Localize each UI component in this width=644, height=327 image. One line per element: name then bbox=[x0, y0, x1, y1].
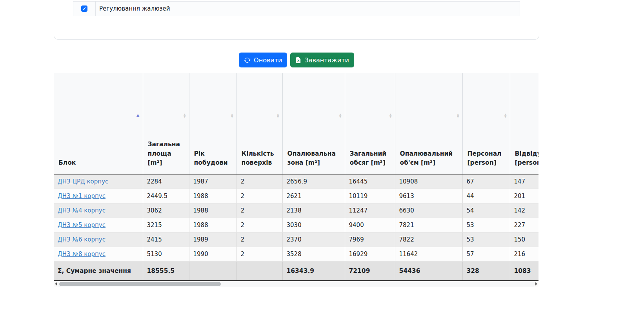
refresh-button[interactable]: Оновити bbox=[239, 53, 287, 67]
value-cell: 7822 bbox=[395, 233, 462, 247]
value-cell: 53 bbox=[462, 233, 510, 247]
download-excel-button[interactable]: x Завантажити bbox=[290, 53, 354, 67]
column-header-label: Опалювальна зона [m²] bbox=[287, 149, 341, 168]
option-checkbox[interactable] bbox=[81, 5, 87, 12]
download-button-label: Завантажити bbox=[304, 56, 349, 64]
horizontal-scrollbar[interactable] bbox=[54, 281, 538, 287]
options-card: Регулювання жалюзей bbox=[54, 0, 539, 40]
column-header-2[interactable]: ▲▼Рік побудови bbox=[189, 73, 236, 174]
column-header-0[interactable]: ▲Блок bbox=[54, 73, 143, 174]
value-cell: 3030 bbox=[282, 218, 345, 233]
block-cell: ДНЗ №1 корпус bbox=[54, 189, 143, 203]
value-cell: 11247 bbox=[345, 203, 395, 218]
value-cell: 142 bbox=[510, 203, 538, 218]
summary-value-cell: 54436 bbox=[395, 262, 462, 281]
scroll-right-icon[interactable] bbox=[534, 282, 538, 287]
buildings-table: ▲Блок▲▼Загальна площа [m²]▲▼Рік побудови… bbox=[54, 73, 538, 281]
scrollbar-track[interactable] bbox=[58, 282, 534, 287]
value-cell: 2370 bbox=[282, 233, 345, 247]
option-label: Регулювання жалюзей bbox=[96, 2, 170, 16]
value-cell: 2656.9 bbox=[282, 174, 345, 189]
block-link[interactable]: ДНЗ №6 корпус bbox=[58, 236, 106, 243]
sort-both-icon: ▲▼ bbox=[339, 113, 341, 118]
value-cell: 150 bbox=[510, 233, 538, 247]
column-header-label: Персонал [person] bbox=[468, 149, 506, 168]
sort-both-icon: ▲▼ bbox=[389, 113, 391, 118]
value-cell: 5130 bbox=[143, 247, 189, 262]
block-cell: ДНЗ №8 корпус bbox=[54, 247, 143, 262]
column-header-label: Кількість поверхів bbox=[242, 149, 278, 168]
column-header-6[interactable]: ▲▼Опалювальний об'єм [m³] bbox=[395, 73, 462, 174]
value-cell: 44 bbox=[462, 189, 510, 203]
value-cell: 2449.5 bbox=[143, 189, 189, 203]
block-link[interactable]: ДНЗ №5 корпус bbox=[58, 222, 106, 229]
sort-both-icon: ▲▼ bbox=[184, 113, 186, 118]
value-cell: 1988 bbox=[189, 189, 236, 203]
summary-value-cell bbox=[189, 262, 236, 281]
value-cell: 11642 bbox=[395, 247, 462, 262]
column-header-label: Загальна площа [m²] bbox=[148, 140, 185, 167]
value-cell: 16445 bbox=[345, 174, 395, 189]
refresh-icon bbox=[244, 57, 251, 64]
value-cell: 67 bbox=[462, 174, 510, 189]
value-cell: 7969 bbox=[345, 233, 395, 247]
value-cell: 2415 bbox=[143, 233, 189, 247]
value-cell: 216 bbox=[510, 247, 538, 262]
summary-value-cell: 72109 bbox=[345, 262, 395, 281]
sort-both-icon: ▲▼ bbox=[504, 113, 506, 118]
summary-value-cell: 328 bbox=[462, 262, 510, 281]
options-list: Регулювання жалюзей bbox=[73, 1, 520, 16]
value-cell: 57 bbox=[462, 247, 510, 262]
value-cell: 227 bbox=[510, 218, 538, 233]
value-cell: 2 bbox=[236, 189, 282, 203]
column-header-label: Опалювальний об'єм [m³] bbox=[400, 149, 458, 168]
value-cell: 9400 bbox=[345, 218, 395, 233]
sort-ascending-icon: ▲ bbox=[136, 113, 140, 117]
column-header-label: Загальний обсяг [m³] bbox=[350, 149, 391, 168]
value-cell: 1987 bbox=[189, 174, 236, 189]
svg-text:x: x bbox=[297, 58, 300, 62]
block-link[interactable]: ДНЗ №8 корпус bbox=[58, 251, 106, 258]
value-cell: 16929 bbox=[345, 247, 395, 262]
summary-value-cell: 18555.5 bbox=[143, 262, 189, 281]
value-cell: 3528 bbox=[282, 247, 345, 262]
toolbar: Оновити x Завантажити bbox=[54, 53, 539, 67]
table-row: ДНЗ №1 корпус2449.5198822621101199613442… bbox=[54, 189, 538, 203]
value-cell: 3215 bbox=[143, 218, 189, 233]
block-cell: ДНЗ №4 корпус bbox=[54, 203, 143, 218]
refresh-button-label: Оновити bbox=[254, 56, 282, 64]
block-link[interactable]: ДНЗ ЦРД корпус bbox=[58, 178, 108, 185]
value-cell: 1988 bbox=[189, 218, 236, 233]
column-header-8[interactable]: ▲▼Відвідувачі [person] bbox=[510, 73, 538, 174]
summary-value-cell: 1083 bbox=[510, 262, 538, 281]
block-link[interactable]: ДНЗ №1 корпус bbox=[58, 193, 106, 200]
column-header-7[interactable]: ▲▼Персонал [person] bbox=[462, 73, 510, 174]
sort-both-icon: ▲▼ bbox=[231, 113, 233, 118]
scrollbar-thumb[interactable] bbox=[59, 282, 221, 286]
summary-label-cell: Σ, Сумарне значення bbox=[54, 262, 143, 281]
table-row: ДНЗ №5 корпус32151988230309400782153227 bbox=[54, 218, 538, 233]
sort-both-icon: ▲▼ bbox=[277, 113, 279, 118]
option-checkbox-cell bbox=[73, 2, 96, 16]
value-cell: 147 bbox=[510, 174, 538, 189]
value-cell: 54 bbox=[462, 203, 510, 218]
column-header-3[interactable]: ▲▼Кількість поверхів bbox=[236, 73, 282, 174]
block-cell: ДНЗ №6 корпус bbox=[54, 233, 143, 247]
table-row: ДНЗ ЦРД корпус2284198722656.916445109086… bbox=[54, 174, 538, 189]
column-header-1[interactable]: ▲▼Загальна площа [m²] bbox=[143, 73, 189, 174]
column-header-4[interactable]: ▲▼Опалювальна зона [m²] bbox=[282, 73, 345, 174]
value-cell: 2 bbox=[236, 203, 282, 218]
value-cell: 9613 bbox=[395, 189, 462, 203]
option-row: Регулювання жалюзей bbox=[73, 2, 520, 16]
value-cell: 2 bbox=[236, 233, 282, 247]
excel-file-icon: x bbox=[295, 57, 301, 63]
scroll-left-icon[interactable] bbox=[54, 282, 58, 287]
value-cell: 2 bbox=[236, 247, 282, 262]
block-link[interactable]: ДНЗ №4 корпус bbox=[58, 207, 106, 214]
value-cell: 7821 bbox=[395, 218, 462, 233]
value-cell: 2138 bbox=[282, 203, 345, 218]
column-header-5[interactable]: ▲▼Загальний обсяг [m³] bbox=[345, 73, 395, 174]
table-header-row: ▲Блок▲▼Загальна площа [m²]▲▼Рік побудови… bbox=[54, 73, 538, 174]
table-row: ДНЗ №6 корпус24151989223707969782253150 bbox=[54, 233, 538, 247]
summary-value-cell: 16343.9 bbox=[282, 262, 345, 281]
